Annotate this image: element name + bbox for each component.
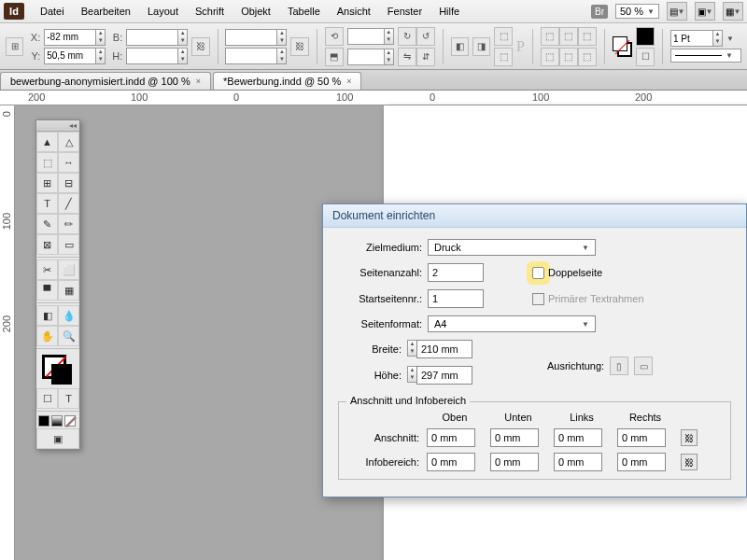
flip-h-icon[interactable]: ⇋ (398, 48, 416, 66)
slug-right-input[interactable] (617, 453, 666, 471)
eyedropper-tool[interactable]: 💧 (58, 305, 79, 326)
align-icon-4[interactable]: ⬚ (541, 48, 559, 66)
doc-tab-1[interactable]: bewerbung-anonymisiert.indd @ 100 % × (0, 72, 211, 90)
rotate-cw-icon[interactable]: ↻ (398, 27, 416, 46)
align-icon-2[interactable]: ⬚ (559, 27, 578, 46)
intent-combo[interactable]: Druck▼ (428, 239, 596, 256)
constrain-scale-icon[interactable]: ⛓ (290, 37, 308, 56)
view-options-icon[interactable]: ▤▼ (667, 2, 687, 21)
fill-stroke-proxy[interactable] (36, 351, 79, 388)
scissors-tool[interactable]: ✂ (36, 259, 58, 280)
menu-layout[interactable]: Layout (139, 2, 187, 21)
screen-mode-icon[interactable]: ▣▼ (695, 2, 715, 21)
y-input[interactable] (44, 48, 96, 64)
zoom-tool[interactable]: 🔍 (58, 326, 79, 346)
menu-hilfe[interactable]: Hilfe (430, 2, 468, 21)
w-spinner[interactable]: ▲▼ (178, 29, 188, 46)
apply-gradient-icon[interactable] (51, 415, 63, 427)
stroke-style-combo[interactable]: ▼ (670, 49, 741, 63)
selection-tool[interactable]: ▲ (36, 132, 58, 152)
menu-bearbeiten[interactable]: Bearbeiten (73, 2, 139, 21)
select-container-icon[interactable]: ◧ (451, 37, 469, 56)
menu-tabelle[interactable]: Tabelle (279, 2, 329, 21)
page-width-input[interactable] (416, 340, 472, 358)
arrange-icon[interactable]: ▦▼ (723, 2, 743, 21)
apply-none-icon[interactable] (64, 415, 76, 427)
slug-bottom-input[interactable] (490, 453, 539, 471)
doc-tab-2[interactable]: *Bewerbung.indd @ 50 % × (213, 72, 361, 90)
content-placer-tool[interactable]: ⊟ (58, 173, 79, 193)
rotate-input[interactable] (347, 28, 385, 45)
distribute-1-icon[interactable]: ⬚ (494, 27, 513, 46)
type-tool[interactable]: T (36, 193, 58, 214)
direct-selection-tool[interactable]: △ (58, 132, 79, 152)
close-icon[interactable]: × (346, 77, 351, 86)
note-tool[interactable]: ◧ (36, 305, 58, 326)
line-tool[interactable]: ╱ (58, 193, 79, 214)
y-spinner[interactable]: ▲▼ (96, 48, 106, 64)
landscape-icon[interactable]: ▭ (634, 357, 653, 375)
width-input[interactable] (126, 29, 178, 46)
pen-tool[interactable]: ✎ (36, 214, 58, 234)
pencil-tool[interactable]: ✏ (58, 214, 79, 234)
menu-objekt[interactable]: Objekt (233, 2, 279, 21)
bleed-right-input[interactable] (617, 428, 666, 447)
pages-input[interactable] (428, 263, 484, 282)
menu-datei[interactable]: Datei (32, 2, 73, 21)
slug-left-input[interactable] (554, 453, 602, 471)
select-content-icon[interactable]: ◨ (472, 37, 490, 56)
slug-top-input[interactable] (427, 453, 475, 471)
align-icon-3[interactable]: ⬚ (578, 27, 597, 46)
align-icon-5[interactable]: ⬚ (559, 48, 578, 66)
align-icon-1[interactable]: ⬚ (541, 27, 559, 46)
menu-schrift[interactable]: Schrift (187, 2, 233, 21)
apply-color-icon[interactable] (636, 27, 655, 46)
bridge-icon[interactable]: Br (591, 5, 608, 19)
chevron-down-icon[interactable]: ▼ (726, 35, 734, 43)
portrait-icon[interactable]: ▯ (610, 357, 628, 375)
start-page-input[interactable] (428, 289, 484, 308)
menu-fenster[interactable]: Fenster (379, 2, 430, 21)
distribute-2-icon[interactable]: ⬚ (494, 48, 513, 66)
scale-y-input[interactable] (225, 48, 277, 64)
zoom-level-combo[interactable]: 50 % ▼ (615, 4, 659, 19)
bleed-bottom-input[interactable] (490, 428, 539, 447)
flip-v-icon[interactable]: ⇵ (416, 48, 435, 66)
page-height-input[interactable] (416, 366, 472, 385)
bleed-top-input[interactable] (427, 428, 475, 447)
screen-mode-tool[interactable]: ▣ (36, 428, 79, 449)
x-input[interactable] (44, 29, 96, 46)
pagesize-combo[interactable]: A4▼ (428, 315, 596, 332)
rectangle-frame-tool[interactable]: ⊠ (36, 234, 58, 255)
h-spinner[interactable]: ▲▼ (178, 48, 188, 64)
gradient-feather-tool[interactable]: ▦ (58, 280, 79, 301)
gap-tool[interactable]: ↔ (58, 152, 79, 173)
stroke-weight-input[interactable] (670, 30, 713, 47)
page-tool[interactable]: ⬚ (36, 152, 58, 173)
panel-collapse-icon[interactable]: ◂◂ (36, 120, 79, 132)
formatting-container-icon[interactable]: ☐ (36, 388, 58, 409)
gradient-swatch-tool[interactable]: ▀ (36, 280, 58, 301)
menu-ansicht[interactable]: Ansicht (329, 2, 379, 21)
scale-x-input[interactable] (225, 29, 277, 46)
fill-stroke-swatch[interactable] (613, 36, 632, 57)
apply-none-icon[interactable]: ☐ (636, 48, 655, 66)
align-icon-6[interactable]: ⬚ (578, 48, 597, 66)
shear-input[interactable] (347, 49, 385, 65)
reference-point-icon[interactable]: ⊞ (6, 37, 23, 56)
apply-color-icon[interactable] (38, 415, 49, 427)
height-input[interactable] (126, 48, 178, 64)
hand-tool[interactable]: ✋ (36, 326, 58, 346)
facing-pages-checkbox[interactable]: Doppelseite (532, 267, 602, 279)
link-slug-icon[interactable]: ⛓ (681, 454, 698, 470)
rectangle-tool[interactable]: ▭ (58, 234, 79, 255)
link-bleed-icon[interactable]: ⛓ (681, 429, 698, 446)
rotate-ccw-icon[interactable]: ↺ (416, 27, 435, 46)
constrain-icon[interactable]: ⛓ (191, 37, 209, 56)
content-collector-tool[interactable]: ⊞ (36, 173, 58, 193)
close-icon[interactable]: × (196, 77, 201, 86)
formatting-text-icon[interactable]: T (58, 388, 79, 409)
free-transform-tool[interactable]: ⬜ (58, 259, 79, 280)
bleed-left-input[interactable] (554, 428, 602, 447)
x-spinner[interactable]: ▲▼ (96, 29, 106, 46)
